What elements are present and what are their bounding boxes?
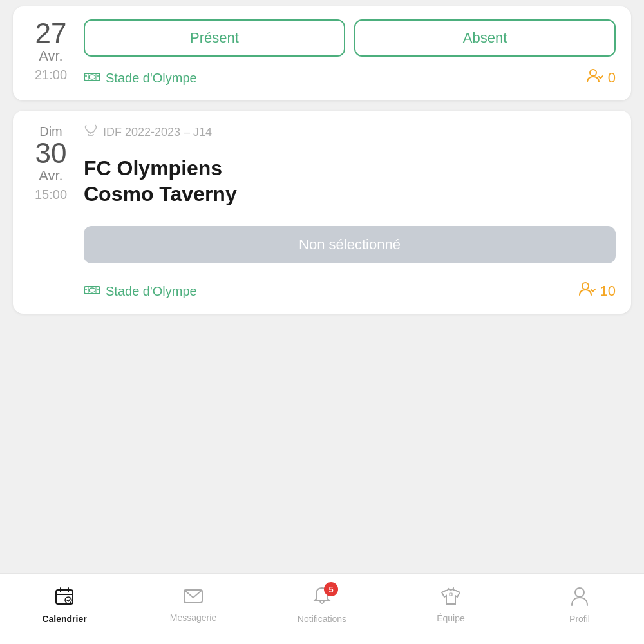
day-num-2: 30	[35, 139, 67, 167]
nav-item-calendrier[interactable]: Calendrier	[39, 586, 90, 624]
nav-label-equipe: Équipe	[437, 613, 465, 623]
notification-badge: 5	[324, 582, 338, 596]
svg-point-20	[65, 597, 71, 603]
match-title: FC Olympiens Cosmo Taverny	[84, 155, 616, 207]
bottom-nav: Calendrier Messagerie 5 Notifications	[0, 573, 644, 644]
venue-name-1: Stade d'Olympe	[106, 71, 197, 86]
attendance-count-2: 10	[578, 281, 616, 301]
league-row: IDF 2022-2023 – J14	[84, 124, 616, 141]
month-1: Avr.	[39, 48, 63, 64]
nav-item-profil[interactable]: Profil	[554, 586, 605, 624]
person-check-icon-2	[578, 281, 596, 301]
svg-point-1	[89, 75, 95, 79]
not-selected-button: Non sélectionné	[84, 226, 616, 263]
nav-item-equipe[interactable]: Équipe	[425, 587, 477, 623]
present-button[interactable]: Présent	[84, 19, 345, 57]
venue-left-1: Stade d'Olympe	[84, 70, 197, 86]
day-num-1: 27	[35, 19, 67, 48]
svg-rect-22	[450, 593, 452, 596]
attendance-count-1: 0	[586, 68, 616, 88]
date-block-1: 27 Avr. 21:00	[28, 19, 73, 82]
nav-label-calendrier: Calendrier	[42, 614, 86, 624]
person-check-icon-1	[586, 68, 604, 88]
stadium-icon-2	[84, 283, 100, 299]
calendar-icon	[54, 586, 75, 611]
bell-icon: 5	[312, 586, 332, 611]
league-name: IDF 2022-2023 – J14	[103, 126, 212, 139]
nav-item-messagerie[interactable]: Messagerie	[167, 587, 219, 623]
nav-label-profil: Profil	[569, 614, 590, 624]
shirt-icon	[440, 587, 461, 611]
month-2: Avr.	[39, 167, 63, 184]
mail-icon	[183, 587, 204, 610]
svg-point-10	[89, 288, 95, 292]
card-2-body: IDF 2022-2023 – J14 FC Olympiens Cosmo T…	[84, 124, 616, 301]
stadium-icon	[84, 70, 100, 86]
nav-label-notifications: Notifications	[298, 614, 346, 624]
venue-row-1: Stade d'Olympe 0	[84, 68, 616, 88]
date-block-2: Dim 30 Avr. 15:00	[28, 124, 73, 202]
svg-point-23	[575, 588, 584, 597]
card-2: Dim 30 Avr. 15:00 IDF 2022-2023 – J	[13, 111, 631, 314]
count-value-1: 0	[608, 70, 616, 86]
time-2: 15:00	[35, 187, 67, 202]
nav-label-messagerie: Messagerie	[170, 612, 216, 623]
trophy-icon	[84, 124, 98, 141]
team2-name: Cosmo Taverny	[84, 182, 237, 205]
team1-name: FC Olympiens	[84, 156, 222, 180]
venue-name-2: Stade d'Olympe	[106, 284, 197, 299]
card-1: 27 Avr. 21:00 Présent Absent	[13, 6, 631, 100]
time-1: 21:00	[35, 67, 67, 82]
card-1-body: Présent Absent	[84, 19, 616, 88]
nav-item-notifications[interactable]: 5 Notifications	[296, 586, 348, 624]
venue-row-2: Stade d'Olympe 10	[84, 281, 616, 301]
person-icon	[571, 586, 589, 611]
venue-left-2: Stade d'Olympe	[84, 283, 197, 299]
count-value-2: 10	[600, 283, 616, 299]
absent-button[interactable]: Absent	[354, 19, 616, 57]
svg-point-6	[590, 70, 596, 76]
svg-point-15	[582, 283, 589, 289]
attendance-buttons: Présent Absent	[84, 19, 616, 57]
